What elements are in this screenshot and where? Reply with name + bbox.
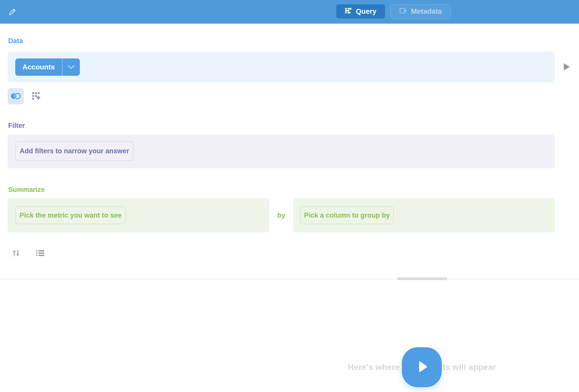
panel-resize-handle[interactable] (397, 277, 447, 280)
run-query-button[interactable] (402, 347, 442, 387)
panel-divider (0, 279, 579, 279)
preview-step-button[interactable] (561, 61, 573, 73)
filter-step-box: Add filters to narrow your answer (8, 135, 555, 169)
row-limit-button[interactable] (35, 249, 45, 258)
custom-column-button[interactable] (31, 91, 42, 102)
pick-metric-button[interactable]: Pick the metric you want to see (15, 206, 126, 224)
sort-step-button[interactable] (11, 248, 21, 259)
join-icon (10, 92, 21, 101)
tag-icon (399, 7, 407, 16)
summarize-section-label: Summarize (8, 186, 45, 194)
summarize-groupby-box: Pick a column to group by (293, 198, 555, 232)
list-icon (36, 249, 45, 258)
tab-query[interactable]: Query (336, 4, 385, 19)
view-tabs: Query Metadata (336, 4, 451, 19)
tab-query-label: Query (356, 7, 376, 16)
tab-metadata[interactable]: Metadata (390, 4, 451, 19)
by-label: by (269, 212, 293, 219)
join-data-button[interactable] (8, 88, 24, 104)
notebook-icon (345, 7, 352, 16)
edit-question-button[interactable] (7, 7, 17, 17)
pencil-icon (8, 8, 16, 17)
custom-column-icon (32, 92, 41, 102)
sort-arrows-icon (11, 249, 21, 259)
filter-section-label: Filter (8, 122, 25, 130)
chevron-down-icon[interactable] (63, 58, 80, 76)
data-table-button[interactable]: Accounts (15, 58, 80, 76)
data-section-label: Data (8, 37, 23, 45)
data-step-box: Accounts (8, 52, 555, 82)
tab-metadata-label: Metadata (411, 7, 442, 16)
data-table-name: Accounts (15, 58, 62, 76)
add-filters-button[interactable]: Add filters to narrow your answer (15, 141, 133, 161)
summarize-metric-box: Pick the metric you want to see (8, 198, 269, 232)
preview-play-icon (563, 63, 571, 72)
topbar: Query Metadata (0, 0, 579, 24)
query-builder-page: Query Metadata Data Accounts (0, 0, 579, 392)
pick-group-column-button[interactable]: Pick a column to group by (300, 206, 394, 224)
run-play-icon (416, 361, 428, 373)
